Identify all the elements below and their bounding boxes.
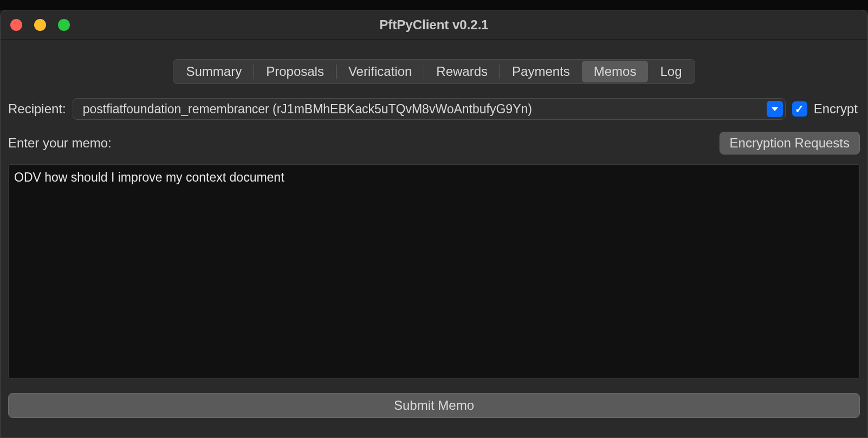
tab-rewards[interactable]: Rewards xyxy=(424,61,500,82)
recipient-value: postfiatfoundation_remembrancer (rJ1mBMh… xyxy=(83,102,767,117)
content-area: Recipient: postfiatfoundation_remembranc… xyxy=(1,84,867,426)
minimize-window-button[interactable] xyxy=(34,19,46,31)
tab-verification[interactable]: Verification xyxy=(336,61,424,82)
window-title: PftPyClient v0.2.1 xyxy=(379,17,488,33)
tab-summary[interactable]: Summary xyxy=(174,61,254,82)
recipient-label: Recipient: xyxy=(8,101,66,117)
tabs-container: Summary Proposals Verification Rewards P… xyxy=(1,40,867,84)
memo-textarea[interactable] xyxy=(8,164,860,379)
traffic-lights xyxy=(1,19,70,31)
app-window: PftPyClient v0.2.1 Summary Proposals Ver… xyxy=(0,10,868,438)
recipient-dropdown-button[interactable] xyxy=(767,101,783,117)
memo-label: Enter your memo: xyxy=(8,136,112,151)
tab-memos[interactable]: Memos xyxy=(582,61,649,82)
tab-payments[interactable]: Payments xyxy=(500,61,582,82)
chevron-down-icon xyxy=(772,107,778,111)
tabs: Summary Proposals Verification Rewards P… xyxy=(173,59,696,84)
encrypt-checkbox[interactable]: ✓ xyxy=(792,101,807,117)
close-window-button[interactable] xyxy=(10,19,22,31)
recipient-select[interactable]: postfiatfoundation_remembrancer (rJ1mBMh… xyxy=(73,98,786,120)
tab-log[interactable]: Log xyxy=(648,61,694,82)
encryption-requests-button[interactable]: Encryption Requests xyxy=(720,132,860,154)
encrypt-label: Encrypt xyxy=(814,101,860,117)
recipient-row: Recipient: postfiatfoundation_remembranc… xyxy=(8,98,860,120)
maximize-window-button[interactable] xyxy=(58,19,70,31)
tab-proposals[interactable]: Proposals xyxy=(254,61,336,82)
checkmark-icon: ✓ xyxy=(795,102,804,115)
outer-background xyxy=(0,0,868,10)
submit-memo-button[interactable]: Submit Memo xyxy=(8,393,860,418)
memo-header-row: Enter your memo: Encryption Requests xyxy=(8,132,860,154)
titlebar: PftPyClient v0.2.1 xyxy=(1,10,867,40)
